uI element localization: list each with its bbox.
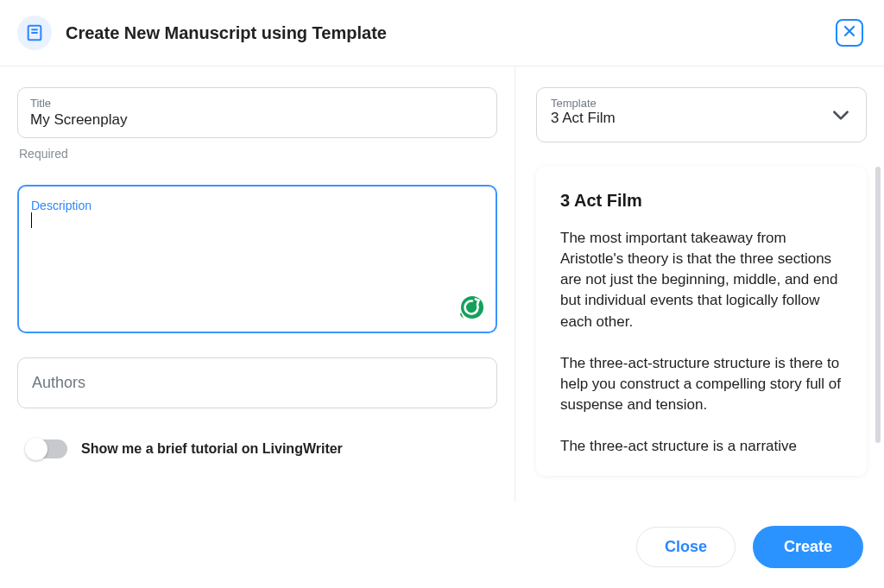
template-icon xyxy=(17,16,52,50)
grammarly-icon[interactable] xyxy=(458,294,485,321)
info-card-scrollbar[interactable] xyxy=(875,167,881,443)
template-info-title: 3 Act Film xyxy=(560,191,843,211)
modal-title: Create New Manuscript using Template xyxy=(66,23,387,43)
tutorial-toggle-row: Show me a brief tutorial on LivingWriter xyxy=(17,439,497,458)
title-hint: Required xyxy=(19,147,497,161)
template-label: Template xyxy=(551,97,616,110)
close-footer-button[interactable]: Close xyxy=(636,527,736,567)
description-field-wrapper[interactable]: Description xyxy=(17,185,497,333)
chevron-down-icon xyxy=(830,97,852,133)
title-input[interactable] xyxy=(30,111,484,129)
header-left: Create New Manuscript using Template xyxy=(17,16,387,50)
title-field-wrapper[interactable]: Title xyxy=(17,87,497,138)
authors-field-wrapper[interactable]: Authors xyxy=(17,357,497,408)
tutorial-toggle[interactable] xyxy=(28,439,67,458)
modal-footer: Close Create xyxy=(0,502,884,568)
tutorial-toggle-label: Show me a brief tutorial on LivingWriter xyxy=(81,441,343,457)
close-icon xyxy=(843,25,856,41)
description-label: Description xyxy=(31,199,483,212)
template-info-card: 3 Act Film The most important takeaway f… xyxy=(536,167,867,476)
modal-header: Create New Manuscript using Template xyxy=(0,0,884,66)
template-select[interactable]: Template 3 Act Film xyxy=(536,87,867,142)
right-pane: Template 3 Act Film 3 Act Film The most … xyxy=(515,66,884,502)
template-select-text: Template 3 Act Film xyxy=(551,97,616,127)
close-button[interactable] xyxy=(836,19,863,47)
template-info-para-1: The most important takeaway from Aristot… xyxy=(560,228,843,332)
template-info-para-2: The three-act-structure structure is the… xyxy=(560,353,843,415)
left-pane: Title Required Description Authors xyxy=(0,66,515,502)
template-value: 3 Act Film xyxy=(551,110,616,127)
title-label: Title xyxy=(30,97,484,110)
modal-body: Title Required Description Authors xyxy=(0,66,884,502)
toggle-knob xyxy=(25,438,47,460)
authors-label: Authors xyxy=(32,374,483,392)
template-info-para-3: The three-act structure is a narrative xyxy=(560,436,843,457)
create-button[interactable]: Create xyxy=(753,526,863,568)
